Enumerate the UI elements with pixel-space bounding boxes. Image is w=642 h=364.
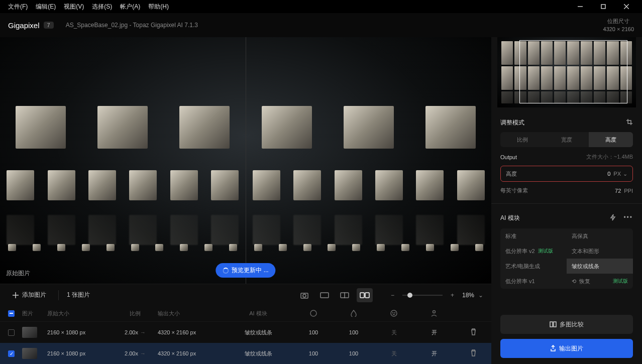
zoom-out-button[interactable]: − — [391, 292, 394, 299]
plus-icon — [12, 292, 19, 299]
drop-icon — [351, 310, 357, 317]
cell-n1: 100 — [293, 329, 334, 335]
row-checkbox[interactable] — [8, 329, 15, 336]
single-pane-icon — [320, 292, 329, 298]
cell-orig: 2160 × 1080 px — [47, 329, 113, 335]
svg-point-13 — [310, 310, 316, 316]
seg-height[interactable]: 高度 — [589, 132, 633, 147]
zoom-value[interactable]: 18%⌄ — [462, 292, 483, 299]
ai-lowres-v1[interactable]: 低分辨率 v1 — [500, 274, 567, 289]
camera-button[interactable] — [296, 288, 312, 302]
col-image: 图片 — [22, 310, 47, 317]
view-single-button[interactable] — [316, 288, 333, 302]
cell-n2: 100 — [334, 350, 374, 356]
menu-edit[interactable]: 编辑(E) — [32, 0, 60, 13]
ai-art-cg[interactable]: 艺术/电脑生成 — [500, 259, 567, 274]
col-orig-size: 原始大小 — [47, 310, 113, 317]
cell-n1: 100 — [293, 350, 334, 356]
ai-standard[interactable]: 标准 — [500, 228, 567, 244]
person-icon — [431, 310, 438, 317]
seg-width[interactable]: 宽度 — [545, 132, 589, 147]
header: Gigapixel 7 AS_SpaceBase_02.jpg - Topaz … — [0, 13, 642, 37]
delete-row-button[interactable] — [463, 349, 483, 357]
row-checkbox[interactable]: ✓ — [8, 350, 15, 357]
preview-pane[interactable]: 原始图片 预览更新中 ... — [0, 37, 491, 284]
compare-icon — [550, 321, 557, 327]
add-image-button[interactable]: 添加图片 — [8, 289, 50, 301]
spinner-icon — [223, 268, 229, 274]
image-table: 图片 原始大小 比例 输出大小 AI 模块 2160 × 1080 px 2.0… — [0, 306, 491, 364]
export-icon — [550, 345, 556, 352]
image-count-badge: 7 — [44, 22, 54, 29]
bitmap-size-label: 位图尺寸 — [603, 17, 634, 26]
svg-point-17 — [433, 310, 436, 313]
split-pane-icon — [340, 292, 349, 298]
auto-button[interactable] — [609, 214, 616, 222]
svg-rect-19 — [554, 322, 556, 327]
svg-point-7 — [303, 294, 306, 297]
ai-text-graphics[interactable]: 文本和图形 — [567, 244, 633, 259]
ai-wrinkle-lines[interactable]: 皱纹或线条 — [567, 259, 633, 274]
maximize-button[interactable] — [592, 0, 615, 13]
menu-select[interactable]: 选择(S) — [88, 0, 116, 13]
zoom-slider[interactable] — [402, 295, 443, 296]
cell-on: 开 — [414, 329, 454, 336]
side-panel: 调整模式 比例 宽度 高度 Output 文件大小：~1.4MB 高度 0PX⌄… — [491, 37, 642, 364]
compare-button[interactable]: 多图比较 — [500, 315, 633, 334]
menu-view[interactable]: 视图(V) — [60, 0, 88, 13]
trash-icon — [470, 349, 477, 356]
bitmap-size-value: 4320 × 2160 — [603, 25, 634, 34]
table-row[interactable]: ✓ 2160 × 1080 px 2.00x → 4320 × 2160 px … — [0, 343, 491, 364]
crop-icon — [626, 118, 633, 126]
cell-model: 皱纹或线条 — [223, 329, 293, 336]
cell-out: 4320 × 2160 px — [158, 329, 223, 335]
export-button[interactable]: 输出图片 — [500, 339, 633, 358]
ai-hifi[interactable]: 高保真 — [567, 228, 633, 244]
close-button[interactable] — [615, 0, 638, 13]
cell-out: 4320 × 2160 px — [158, 350, 223, 356]
col-ratio: 比例 — [113, 310, 158, 317]
cell-n2: 100 — [334, 329, 374, 335]
ai-model-title: AI 模块 — [500, 214, 520, 222]
svg-point-16 — [395, 312, 395, 313]
row-thumbnail — [22, 327, 37, 338]
height-input[interactable]: 高度 0PX⌄ — [500, 166, 633, 182]
svg-rect-8 — [320, 293, 329, 298]
select-all-checkbox[interactable] — [8, 310, 15, 317]
ppi-label: 每英寸像素 — [500, 187, 528, 194]
svg-rect-1 — [601, 5, 605, 9]
ai-restore[interactable]: ⟲恢复测试版 — [567, 274, 633, 289]
col-out-size: 输出大小 — [158, 310, 223, 317]
svg-point-15 — [393, 312, 393, 313]
trash-icon — [470, 328, 477, 335]
svg-rect-12 — [365, 293, 369, 298]
col-ai-model: AI 模块 — [223, 310, 293, 317]
cell-off: 关 — [374, 350, 414, 357]
circle-icon — [310, 310, 317, 317]
navigator-thumbnail[interactable] — [497, 37, 636, 107]
ai-lowres-v2[interactable]: 低分辨率 v2测试版 — [500, 244, 567, 259]
view-side-by-side-button[interactable] — [357, 288, 373, 302]
svg-point-14 — [391, 310, 397, 316]
delete-row-button[interactable] — [463, 328, 483, 336]
side-by-side-icon — [360, 292, 370, 298]
cell-off: 关 — [374, 329, 414, 336]
svg-rect-18 — [550, 322, 553, 327]
seg-ratio[interactable]: 比例 — [500, 132, 545, 147]
toolbar-count: 1 张图片 — [67, 291, 90, 299]
crop-button[interactable] — [626, 118, 633, 127]
menu-bar: 文件(F) 编辑(E) 视图(V) 选择(S) 帐户(A) 帮助(H) — [0, 0, 642, 13]
toolbar: 添加图片 1 张图片 − + 18%⌄ — [0, 284, 491, 306]
table-row[interactable]: 2160 × 1080 px 2.00x → 4320 × 2160 px 皱纹… — [0, 322, 491, 343]
original-label: 原始图片 — [6, 269, 30, 278]
more-button[interactable]: ••• — [623, 214, 633, 222]
view-split-button[interactable] — [337, 288, 353, 302]
menu-file[interactable]: 文件(F) — [4, 0, 32, 13]
minimize-button[interactable] — [569, 0, 592, 13]
window-title: AS_SpaceBase_02.jpg - Topaz Gigapixel AI… — [66, 22, 198, 29]
menu-help[interactable]: 帮助(H) — [144, 0, 173, 13]
cell-on: 开 — [414, 350, 454, 357]
menu-account[interactable]: 帐户(A) — [116, 0, 144, 13]
zoom-in-button[interactable]: + — [451, 292, 454, 299]
app-logo: Gigapixel — [8, 21, 40, 30]
